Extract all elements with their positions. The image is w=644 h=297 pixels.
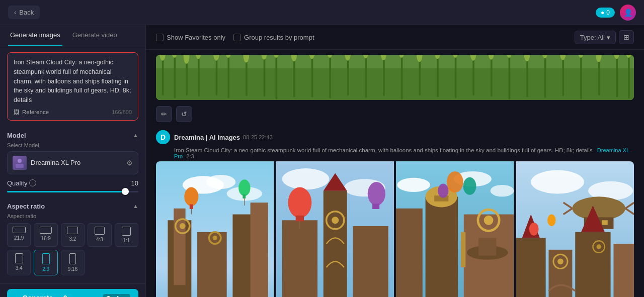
- aspect-btn-1-1[interactable]: 1:1: [115, 223, 138, 247]
- sidebar: Generate images Generate video Iron Stea…: [0, 25, 146, 297]
- aspect-btn-4-3[interactable]: 4:3: [88, 223, 111, 247]
- steampunk-image-1: [156, 161, 274, 297]
- image-cell-1[interactable]: [156, 161, 274, 297]
- svg-rect-26: [509, 55, 511, 100]
- gen-meta: Dreamina | AI images 08-25 22:43: [174, 134, 634, 141]
- svg-rect-2: [16, 164, 24, 168]
- svg-rect-91: [353, 226, 388, 297]
- svg-rect-13: [276, 55, 278, 100]
- top-bar: ‹ Back ● 0 👤: [0, 0, 644, 25]
- svg-rect-29: [562, 55, 565, 96]
- svg-rect-28: [544, 55, 546, 97]
- type-selector[interactable]: Type: All ▾: [575, 31, 616, 44]
- quality-info-icon[interactable]: i: [29, 179, 36, 186]
- slider-fill: [7, 191, 125, 192]
- credits-value: 0: [606, 9, 610, 16]
- image-cell-3[interactable]: [396, 161, 514, 297]
- refresh-top-button[interactable]: ↺: [176, 106, 192, 122]
- gen-ratio-badge: 2:3: [186, 153, 194, 159]
- svg-rect-30: [580, 55, 582, 100]
- aspect-btn-3-4[interactable]: 3:4: [7, 250, 31, 275]
- aspect-btn-3-2[interactable]: 3:2: [61, 223, 85, 247]
- svg-point-1: [18, 159, 22, 163]
- svg-rect-12: [264, 55, 266, 96]
- try-free-badge: Try free: [103, 294, 130, 297]
- generate-button[interactable]: ● Generate ● 0 Try free: [7, 289, 138, 297]
- aspect-btn-2-3[interactable]: 2:3: [34, 250, 57, 275]
- svg-rect-71: [197, 232, 227, 297]
- svg-rect-129: [516, 238, 546, 297]
- top-image-action-bar: ✏ ↺: [156, 103, 634, 125]
- svg-rect-6: [174, 55, 176, 98]
- svg-rect-79: [190, 205, 193, 209]
- filter-bar: Show Favorites only Group results by pro…: [146, 25, 644, 50]
- svg-rect-5: [162, 55, 164, 95]
- svg-point-95: [367, 182, 385, 206]
- svg-point-113: [463, 177, 476, 195]
- svg-rect-104: [396, 209, 423, 297]
- svg-rect-22: [437, 55, 439, 97]
- generate-credits-value: 0: [63, 294, 67, 297]
- top-bar-right: ● 0 👤: [596, 5, 636, 21]
- aspect-btn-21-9[interactable]: 21:9: [7, 223, 31, 247]
- svg-point-101: [397, 178, 430, 192]
- svg-rect-15: [311, 55, 313, 97]
- group-results-checkbox[interactable]: Group results by prompt: [233, 34, 314, 41]
- svg-rect-132: [613, 244, 634, 297]
- edit-icon: ✏: [161, 110, 167, 118]
- svg-rect-17: [347, 55, 349, 95]
- gallery-icon: ⊞: [623, 33, 629, 41]
- generate-bar: ● Generate ● 0 Try free: [0, 283, 145, 297]
- quality-slider[interactable]: [7, 191, 138, 192]
- back-button[interactable]: ‹ Back: [8, 6, 40, 19]
- svg-point-119: [531, 170, 584, 194]
- svg-rect-93: [295, 216, 303, 222]
- model-section-header[interactable]: Model ▲: [0, 127, 145, 142]
- model-section: Select Model Dre: [0, 142, 145, 179]
- svg-rect-116: [478, 238, 496, 255]
- slider-thumb[interactable]: [122, 188, 129, 195]
- gen-timestamp: 08-25 22:43: [243, 134, 273, 140]
- tab-generate-video[interactable]: Generate video: [70, 25, 119, 46]
- avatar[interactable]: 👤: [620, 5, 636, 21]
- prompt-text[interactable]: Iron Steam Cloud City: a neo-gothic stea…: [14, 58, 132, 105]
- edit-top-button[interactable]: ✏: [156, 106, 172, 122]
- model-dropdown[interactable]: Dreamina XL Pro ⚙: [7, 151, 138, 174]
- filter-bar-right: Type: All ▾ ⊞: [575, 30, 634, 44]
- svg-rect-24: [472, 55, 474, 95]
- credits-badge[interactable]: ● 0: [596, 8, 615, 18]
- gen-avatar: D: [156, 130, 170, 144]
- svg-rect-109: [461, 232, 465, 267]
- show-favorites-check: [156, 34, 164, 41]
- svg-rect-16: [329, 55, 331, 98]
- generate-label: Generate: [22, 294, 53, 297]
- image-cell-4[interactable]: [516, 161, 634, 297]
- image-feed: ✏ ↺ D Dreamina | AI images: [146, 50, 644, 297]
- aspect-btn-9-16[interactable]: 9:16: [61, 250, 85, 275]
- svg-point-114: [438, 184, 448, 198]
- svg-rect-130: [548, 250, 572, 297]
- aspect-icon-1-1: [122, 227, 131, 236]
- svg-point-112: [447, 171, 463, 192]
- aspect-btn-16-9[interactable]: 16:9: [34, 223, 57, 247]
- svg-point-140: [547, 215, 555, 226]
- svg-rect-131: [575, 232, 610, 297]
- group-results-check: [233, 34, 241, 41]
- svg-rect-23: [455, 55, 457, 98]
- svg-rect-33: [628, 55, 630, 98]
- gen-avatar-icon: D: [156, 130, 170, 144]
- reference-button[interactable]: 🖼 Reference: [14, 109, 49, 115]
- aspect-ratio-section-header[interactable]: Aspect ratio ▲: [0, 197, 145, 213]
- credits-icon: ●: [601, 9, 604, 16]
- tab-generate-images[interactable]: Generate images: [8, 25, 62, 46]
- show-favorites-checkbox[interactable]: Show Favorites only: [156, 34, 225, 41]
- image-cell-2[interactable]: [276, 161, 394, 297]
- gallery-view-button[interactable]: ⊞: [619, 30, 634, 44]
- steampunk-image-3: [396, 161, 514, 297]
- quality-label: Quality i: [7, 179, 36, 187]
- svg-rect-73: [251, 203, 268, 297]
- aspect-icon-21-9: [13, 227, 26, 233]
- svg-point-75: [180, 223, 186, 229]
- aspect-ratio-section: Aspect ratio 21:9 16:9 3:2 4:3: [0, 213, 145, 283]
- svg-point-81: [238, 179, 250, 196]
